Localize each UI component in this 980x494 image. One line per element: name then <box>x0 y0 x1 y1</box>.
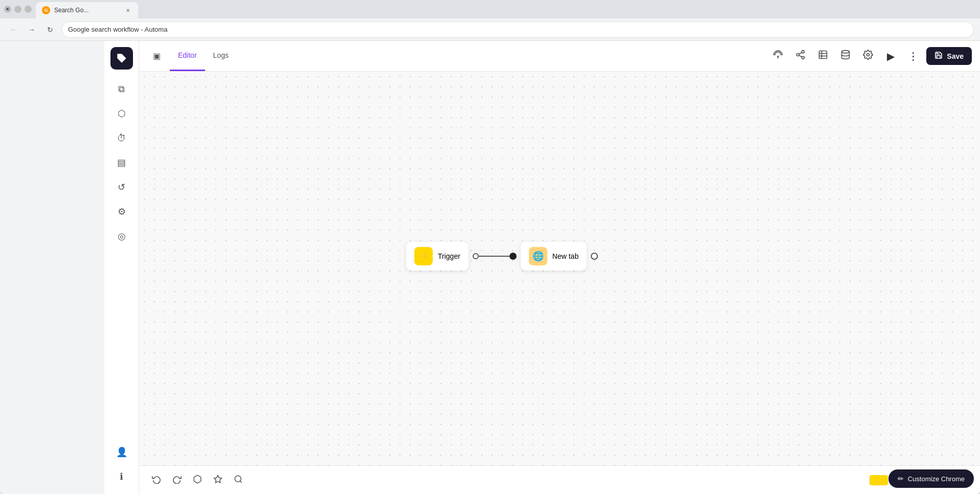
search-canvas-icon <box>234 475 243 486</box>
settings2-button[interactable] <box>859 47 877 65</box>
header-tabs: Editor Logs <box>170 41 237 71</box>
window-controls: ✕ <box>4 6 32 13</box>
svg-point-11 <box>867 54 870 56</box>
ai-sparkle-icon <box>213 475 222 486</box>
share-button[interactable] <box>791 47 810 65</box>
blocks2-icon <box>193 475 202 486</box>
notes-icon: ▤ <box>117 157 126 168</box>
nodes-row: ⚡ Trigger 🌐 New tab <box>406 242 598 271</box>
svg-point-2 <box>797 54 799 56</box>
maximize-button[interactable] <box>25 6 32 13</box>
sidebar-toggle-button[interactable]: ▣ <box>147 47 166 65</box>
svg-point-3 <box>802 56 805 59</box>
logo-icon <box>115 52 128 65</box>
sidebar-item-info[interactable]: ℹ <box>110 465 133 488</box>
customize-chrome-label: Customize Chrome <box>908 475 965 483</box>
workflow-icon: ⧉ <box>118 84 125 95</box>
customize-chrome-icon: ✏ <box>898 475 904 483</box>
share-icon <box>795 50 806 62</box>
minimize-button[interactable] <box>14 6 21 13</box>
redo-button[interactable] <box>168 471 186 489</box>
new-tab-globe-icon: 🌐 <box>532 251 544 262</box>
save-label: Save <box>947 52 964 60</box>
sidebar: ⧉ ⬡ ⏱ ▤ ↺ ⚙ ◎ 👤 ℹ <box>104 41 139 494</box>
broadcast-icon <box>773 50 783 62</box>
tab-logs[interactable]: Logs <box>205 41 237 71</box>
table-button[interactable] <box>814 47 832 65</box>
sidebar-item-blocks[interactable]: ⬡ <box>110 102 133 125</box>
header-actions: ▶ ⋮ Save <box>769 47 972 65</box>
trigger-lightning-icon: ⚡ <box>418 251 429 262</box>
sidebar-item-location[interactable]: ◎ <box>110 225 133 248</box>
trigger-node-label: Trigger <box>438 252 460 260</box>
tab-favicon: G <box>42 6 50 14</box>
search-canvas-button[interactable] <box>229 471 248 489</box>
close-button[interactable]: ✕ <box>4 6 11 13</box>
reload-button[interactable]: ↻ <box>43 23 57 37</box>
location-icon: ◎ <box>118 231 126 242</box>
save-button[interactable]: Save <box>926 47 972 65</box>
sidebar-item-profile[interactable]: 👤 <box>110 441 133 463</box>
run-button[interactable]: ▶ <box>881 47 900 65</box>
customize-chrome-button[interactable]: ✏ Customize Chrome <box>888 469 974 488</box>
svg-line-5 <box>799 52 802 54</box>
minimap-block-1 <box>870 475 888 485</box>
database-button[interactable] <box>836 47 855 65</box>
address-bar-text: Google search workflow - Automa <box>68 26 967 33</box>
new-tab-node-label: New tab <box>552 252 578 260</box>
undo-icon <box>152 475 161 486</box>
broadcast-button[interactable] <box>769 47 787 65</box>
editor-canvas[interactable]: ⚡ Trigger 🌐 New tab <box>139 72 980 494</box>
settings2-icon <box>863 50 873 62</box>
save-icon <box>934 51 943 61</box>
sidebar-item-undo-history[interactable]: ↺ <box>110 176 133 198</box>
sidebar-item-workflow[interactable]: ⧉ <box>110 78 133 100</box>
app-logo[interactable] <box>110 47 133 70</box>
svg-rect-6 <box>819 51 827 59</box>
tab-bar: G Search Go... ✕ <box>36 0 976 18</box>
blocks-icon: ⬡ <box>118 108 126 119</box>
connection-line-body <box>479 256 509 257</box>
tab-editor-label: Editor <box>178 51 197 59</box>
more-button[interactable]: ⋮ <box>904 47 922 65</box>
tab-editor[interactable]: Editor <box>170 41 205 71</box>
tab-logs-label: Logs <box>213 51 229 59</box>
trigger-node-icon: ⚡ <box>414 247 433 265</box>
settings-icon: ⚙ <box>118 206 126 217</box>
svg-line-4 <box>799 55 802 57</box>
connection-start-circle <box>473 253 479 259</box>
info-icon: ℹ <box>120 471 123 482</box>
svg-line-14 <box>240 481 241 482</box>
workflow-area: ⚡ Trigger 🌐 New tab <box>406 242 598 271</box>
bottom-toolbar: − + <box>139 465 980 494</box>
browser-titlebar: ✕ G Search Go... ✕ <box>0 0 980 18</box>
app-header: ▣ Editor Logs <box>139 41 980 72</box>
blocks2-button[interactable] <box>188 471 207 489</box>
redo-icon <box>172 475 182 486</box>
trigger-node[interactable]: ⚡ Trigger <box>406 242 469 271</box>
new-tab-node-icon: 🌐 <box>529 247 547 265</box>
connection-line <box>473 253 517 260</box>
forward-button[interactable]: → <box>25 23 39 37</box>
tab-close-icon[interactable]: ✕ <box>124 6 132 14</box>
svg-point-10 <box>842 51 850 53</box>
back-button[interactable]: ← <box>6 23 20 37</box>
active-tab[interactable]: G Search Go... ✕ <box>36 2 138 18</box>
ai-sparkle-button[interactable] <box>209 471 227 489</box>
history-icon: ⏱ <box>117 133 126 144</box>
more-icon: ⋮ <box>908 50 918 62</box>
sidebar-item-notes[interactable]: ▤ <box>110 151 133 174</box>
svg-marker-12 <box>214 475 222 482</box>
new-tab-node[interactable]: 🌐 New tab <box>521 242 587 271</box>
output-connection-circle <box>591 253 598 260</box>
tab-title: Search Go... <box>54 7 120 14</box>
address-bar[interactable]: Google search workflow - Automa <box>61 21 974 38</box>
sidebar-item-settings[interactable]: ⚙ <box>110 200 133 223</box>
svg-point-1 <box>802 51 805 53</box>
sidebar-toggle-icon: ▣ <box>153 51 161 61</box>
undo-button[interactable] <box>147 471 166 489</box>
browser-frame: ✕ G Search Go... ✕ ← → ↻ Google search w… <box>0 0 980 494</box>
svg-point-13 <box>235 476 241 482</box>
run-icon: ▶ <box>887 50 895 62</box>
sidebar-item-history[interactable]: ⏱ <box>110 127 133 149</box>
